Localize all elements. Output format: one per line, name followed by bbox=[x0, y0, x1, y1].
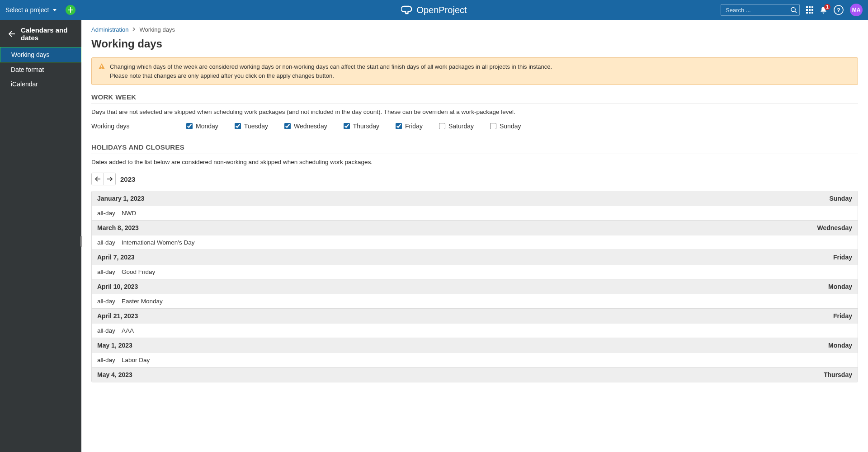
holiday-time: all-day bbox=[97, 239, 122, 246]
holiday-time: all-day bbox=[97, 268, 122, 275]
checkbox-sunday[interactable] bbox=[490, 123, 496, 129]
svg-rect-6 bbox=[809, 9, 811, 11]
day-label: Wednesday bbox=[294, 122, 327, 130]
holiday-dayofweek: Friday bbox=[833, 312, 852, 320]
year-navigator: 2023 bbox=[91, 173, 858, 185]
checkbox-tuesday[interactable] bbox=[235, 123, 241, 129]
main-content: Administration Working days Working days… bbox=[81, 20, 868, 452]
plus-icon bbox=[68, 7, 73, 13]
sidebar-item-icalendar[interactable]: iCalendar bbox=[0, 77, 81, 91]
holiday-entry-row[interactable]: all-dayNWD bbox=[92, 206, 858, 220]
chevron-right-icon bbox=[132, 27, 136, 32]
holiday-entry-row[interactable]: all-dayInternational Women's Day bbox=[92, 235, 858, 250]
grid-icon bbox=[806, 6, 813, 14]
day-checkbox-monday[interactable]: Monday bbox=[186, 122, 218, 130]
checkbox-monday[interactable] bbox=[186, 123, 193, 129]
arrow-left-icon bbox=[94, 176, 101, 182]
checkbox-wednesday[interactable] bbox=[284, 123, 291, 129]
svg-rect-7 bbox=[811, 9, 813, 11]
holiday-date: March 8, 2023 bbox=[97, 224, 139, 231]
sidebar-header: Calendars and dates bbox=[0, 20, 81, 47]
days-group: MondayTuesdayWednesdayThursdayFridaySatu… bbox=[186, 122, 521, 130]
holiday-name: NWD bbox=[122, 210, 136, 217]
holiday-date: May 1, 2023 bbox=[97, 342, 132, 349]
holiday-date-row: May 4, 2023Thursday bbox=[92, 367, 858, 382]
year-prev-button[interactable] bbox=[92, 173, 104, 185]
svg-text:?: ? bbox=[837, 7, 840, 14]
holiday-entry-row[interactable]: all-dayGood Friday bbox=[92, 264, 858, 279]
breadcrumb-root[interactable]: Administration bbox=[91, 26, 128, 33]
day-checkbox-tuesday[interactable]: Tuesday bbox=[235, 122, 268, 130]
day-checkbox-saturday[interactable]: Saturday bbox=[439, 122, 474, 130]
help-button[interactable]: ? bbox=[834, 5, 844, 15]
svg-rect-13 bbox=[101, 66, 102, 68]
modules-button[interactable] bbox=[806, 6, 813, 14]
day-checkbox-wednesday[interactable]: Wednesday bbox=[284, 122, 327, 130]
warning-text: Changing which days of the week are cons… bbox=[110, 62, 552, 80]
holiday-date: May 4, 2023 bbox=[97, 371, 132, 378]
main-layout: Calendars and dates Working daysDate for… bbox=[0, 20, 868, 452]
holiday-name: Good Friday bbox=[122, 268, 155, 275]
app-name: OpenProject bbox=[416, 5, 467, 15]
svg-rect-4 bbox=[811, 6, 813, 8]
holiday-date-row: April 21, 2023Friday bbox=[92, 308, 858, 323]
workweek-row-label: Working days bbox=[91, 122, 168, 130]
section-title-workweek: WORK WEEK bbox=[91, 93, 858, 104]
notification-badge: 1 bbox=[824, 4, 830, 10]
holidays-description: Dates added to the list below are consid… bbox=[91, 159, 858, 165]
svg-rect-3 bbox=[809, 6, 811, 8]
holiday-time: all-day bbox=[97, 357, 122, 363]
svg-rect-10 bbox=[811, 12, 813, 14]
search-box bbox=[721, 4, 800, 16]
warning-line2: Please note that changes are only applie… bbox=[110, 71, 552, 80]
holiday-time: all-day bbox=[97, 327, 122, 334]
search-input[interactable] bbox=[721, 4, 800, 16]
day-checkbox-friday[interactable]: Friday bbox=[396, 122, 423, 130]
year-next-button[interactable] bbox=[104, 173, 115, 185]
year-label: 2023 bbox=[120, 175, 135, 183]
day-checkbox-thursday[interactable]: Thursday bbox=[344, 122, 379, 130]
svg-line-1 bbox=[795, 11, 797, 13]
svg-point-0 bbox=[791, 7, 795, 11]
breadcrumb-current: Working days bbox=[139, 26, 175, 33]
arrow-right-icon bbox=[107, 176, 113, 182]
holiday-entry-row[interactable]: all-dayLabor Day bbox=[92, 353, 858, 367]
checkbox-thursday[interactable] bbox=[344, 123, 350, 129]
holiday-time: all-day bbox=[97, 298, 122, 305]
project-selector-label: Select a project bbox=[5, 6, 49, 14]
day-label: Monday bbox=[196, 122, 218, 130]
user-avatar[interactable]: MA bbox=[850, 4, 863, 16]
holiday-dayofweek: Monday bbox=[828, 342, 852, 349]
holiday-name: Easter Monday bbox=[122, 298, 163, 305]
holiday-entry-row[interactable]: all-dayEaster Monday bbox=[92, 294, 858, 308]
arrow-left-icon bbox=[8, 31, 15, 37]
top-header: Select a project OpenProject 1 ? MA bbox=[0, 0, 868, 20]
section-title-holidays: HOLIDAYS AND CLOSURES bbox=[91, 143, 858, 154]
header-right: 1 ? MA bbox=[721, 4, 863, 16]
day-label: Tuesday bbox=[244, 122, 268, 130]
holiday-dayofweek: Wednesday bbox=[817, 224, 852, 231]
checkbox-friday[interactable] bbox=[396, 123, 402, 129]
help-icon: ? bbox=[834, 5, 844, 15]
notifications-button[interactable]: 1 bbox=[820, 6, 827, 14]
svg-rect-5 bbox=[806, 9, 808, 11]
search-button[interactable] bbox=[790, 7, 797, 14]
warning-banner: Changing which days of the week are cons… bbox=[91, 57, 858, 85]
sidebar-item-date-format[interactable]: Date format bbox=[0, 62, 81, 77]
holiday-date: April 21, 2023 bbox=[97, 312, 138, 320]
workweek-row: Working days MondayTuesdayWednesdayThurs… bbox=[91, 122, 858, 130]
sidebar-resizer[interactable] bbox=[80, 236, 82, 247]
page-title: Working days bbox=[91, 38, 858, 50]
quick-add-button[interactable] bbox=[66, 5, 75, 15]
back-button[interactable] bbox=[8, 31, 15, 37]
app-logo[interactable]: OpenProject bbox=[401, 5, 467, 15]
project-selector[interactable]: Select a project bbox=[5, 6, 57, 14]
warning-icon bbox=[98, 63, 105, 80]
checkbox-saturday[interactable] bbox=[439, 123, 445, 129]
holiday-date: April 7, 2023 bbox=[97, 254, 135, 261]
day-checkbox-sunday[interactable]: Sunday bbox=[490, 122, 521, 130]
sidebar-item-working-days[interactable]: Working days bbox=[0, 47, 81, 62]
holiday-entry-row[interactable]: all-dayAAA bbox=[92, 323, 858, 338]
svg-rect-14 bbox=[101, 68, 102, 69]
workweek-description: Days that are not selected are skipped w… bbox=[91, 108, 858, 115]
